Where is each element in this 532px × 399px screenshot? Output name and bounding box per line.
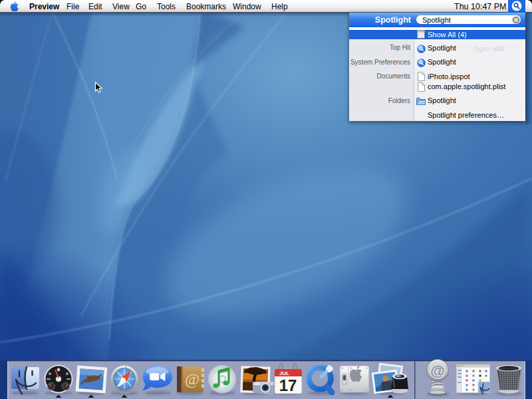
svg-text:@: @ (430, 362, 444, 379)
svg-text:@: @ (185, 370, 200, 388)
svg-text:17: 17 (279, 376, 297, 394)
svg-text:JUL: JUL (279, 370, 289, 376)
